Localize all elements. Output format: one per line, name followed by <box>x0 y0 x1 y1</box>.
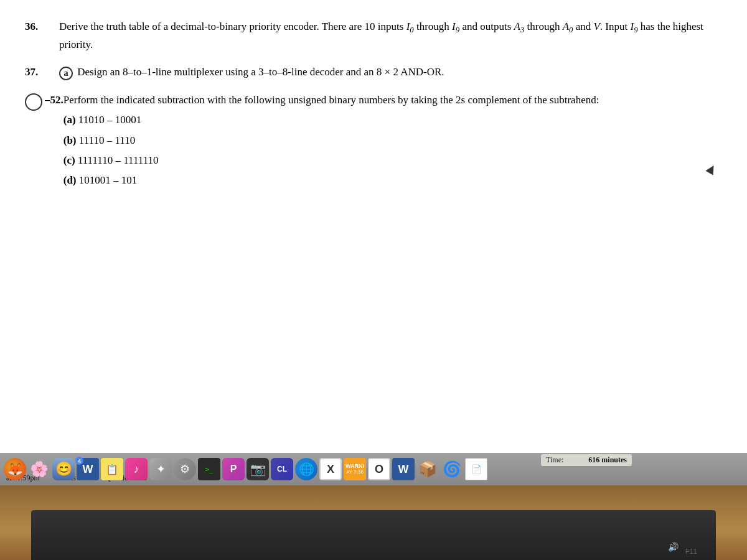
dock-firefox[interactable]: 🦊 <box>4 458 26 480</box>
word-badge-dot: 4 <box>75 457 83 465</box>
dock-icons: 🦊 🌸 😊 4 W 📋 ♪ <box>0 453 635 485</box>
q36-a0: A0 <box>563 21 573 32</box>
question-36: 36. Derive the truth table of a decimal-… <box>25 19 722 53</box>
q52-c-label: (c) <box>63 154 75 166</box>
q37-text: a Design an 8–to–1-line multiplexer usin… <box>59 64 722 80</box>
q52-part-c: (c) 1111110 – 1111110 <box>63 152 722 169</box>
keyboard-area <box>31 510 716 560</box>
speaker-icon: 🔊 <box>668 542 679 553</box>
warn-line2: AY 7:36 <box>346 470 364 475</box>
dock-flower[interactable]: 🌸 <box>28 458 50 480</box>
q36-v: V <box>593 21 599 32</box>
q52-intro: Perform the indicated subtraction with t… <box>63 94 599 106</box>
q52-number: –52. <box>25 92 63 111</box>
dock-cl[interactable]: CL <box>271 458 293 480</box>
dock-doc[interactable]: 📄 <box>465 458 487 480</box>
screen: 36. Derive the truth table of a decimal-… <box>0 0 747 485</box>
dock-finder[interactable]: 😊 <box>52 458 75 480</box>
dock-x-app[interactable]: X <box>319 458 342 480</box>
dock-p-app[interactable]: P <box>222 458 245 480</box>
dock-gear[interactable]: ⚙ <box>174 458 196 480</box>
q52-b-label: (b) <box>63 134 77 146</box>
dock-chrome[interactable]: 🌀 <box>441 458 463 480</box>
q52-num-label: –52. <box>45 92 63 108</box>
dock-word-badge[interactable]: 4 W <box>77 458 99 480</box>
q52-part-a: (a) 11010 – 10001 <box>63 112 722 128</box>
q37-num-label: 37. <box>25 64 38 80</box>
dock-w2-app[interactable]: W <box>392 458 415 480</box>
q36-text: Derive the truth table of a decimal-to-b… <box>59 19 722 53</box>
dock-box[interactable]: 📦 <box>416 458 439 480</box>
q36-i9b: I9 <box>631 21 638 32</box>
question-52: –52. Perform the indicated subtraction w… <box>25 92 722 189</box>
q52-circle <box>25 93 42 111</box>
fn-key-label: F11 <box>685 548 697 555</box>
q52-text: Perform the indicated subtraction with t… <box>63 92 722 189</box>
q52-d-label: (d) <box>63 174 77 186</box>
dock-music[interactable]: ♪ <box>125 458 148 480</box>
dock-camera[interactable]: 📷 <box>247 458 269 480</box>
dock-notes[interactable]: 📋 <box>101 458 123 480</box>
document-area: 36. Derive the truth table of a decimal-… <box>0 0 747 453</box>
q52-a-label: (a) <box>63 114 76 126</box>
dock-terminal[interactable]: >_ <box>198 458 220 480</box>
q52-part-d: (d) 101001 – 101 <box>63 172 722 189</box>
question-37: 37. a Design an 8–to–1-line multiplexer … <box>25 64 722 80</box>
q36-a3: A3 <box>514 21 525 32</box>
dock-app-a[interactable]: ✦ <box>149 458 172 480</box>
q37-number: 37. <box>25 64 59 80</box>
q36-i9: I9 <box>452 21 459 32</box>
dock-globe[interactable]: 🌐 <box>295 458 317 480</box>
q52-part-b: (b) 11110 – 1110 <box>63 133 722 149</box>
q36-number: 36. <box>25 19 59 35</box>
q37-part-a-circle: a <box>59 67 73 80</box>
q36-i0: I0 <box>406 21 414 32</box>
dock-o-app[interactable]: O <box>368 458 390 480</box>
dock-warn[interactable]: WARNI AY 7:36 <box>344 458 366 480</box>
q36-num-label: 36. <box>25 19 38 35</box>
laptop-body: 🔊 F11 <box>0 485 747 560</box>
taskbar: Time: 616 minutes at 11:59pm Points 25 Q… <box>0 453 747 485</box>
